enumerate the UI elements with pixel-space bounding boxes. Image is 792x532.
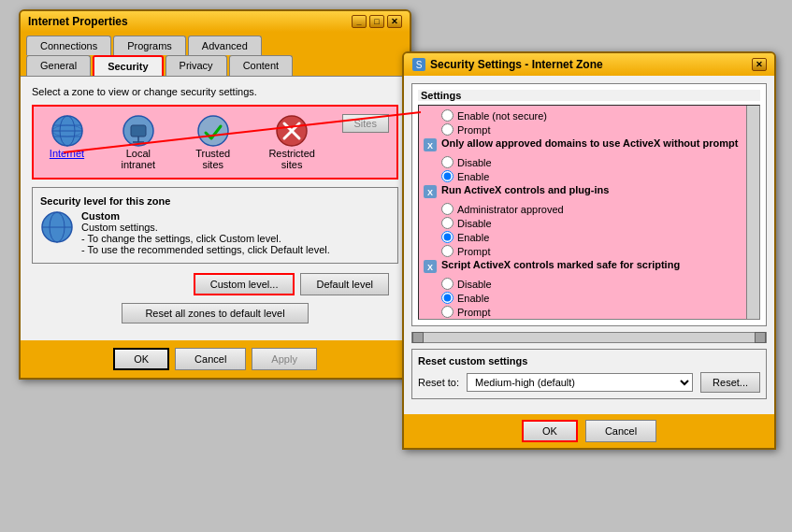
radio-disable-run[interactable] [441,217,454,229]
level-name: Custom [81,210,330,222]
radio-enable-approved[interactable] [441,170,454,182]
settings-list[interactable]: Enable (not secure) Prompt X Only allow … [418,105,760,320]
label-prompt-script: Prompt [457,307,490,318]
security-settings-title: Security Settings - Internet Zone [430,58,752,71]
restricted-sites-icon [275,114,309,148]
level-desc1: Custom settings. [81,222,330,233]
tab-connections[interactable]: Connections [26,36,111,55]
tab-row-2: General Security Privacy Content [21,55,410,76]
tab-row-1: Connections Programs Advanced [21,32,410,55]
scroll-left-btn[interactable] [412,332,424,343]
tab-security[interactable]: Security [93,55,163,76]
zone-trusted-sites-label: Trusted sites [184,148,242,170]
internet-properties-apply-button[interactable]: Apply [252,348,317,370]
window-controls: _ □ ✕ [352,15,402,28]
minimize-button[interactable]: _ [352,15,367,28]
option-disable-script: Disable [441,278,756,290]
svg-rect-7 [131,125,146,137]
option-enable-approved: Enable ⬅ [441,170,756,182]
default-level-button[interactable]: Default level [300,273,389,295]
radio-prompt-run[interactable] [441,245,454,257]
security-settings-ok-button[interactable]: OK [522,420,578,442]
close-button[interactable]: ✕ [387,15,402,28]
option-disable-approved: Disable [441,156,756,168]
tab-privacy[interactable]: Privacy [166,55,227,76]
security-settings-close-button[interactable]: ✕ [752,58,767,71]
settings-scrollbar[interactable] [746,106,759,319]
label-enable-approved: Enable [457,171,489,182]
internet-properties-cancel-button[interactable]: Cancel [175,348,246,370]
label-disable-approved: Disable [457,157,492,168]
header-approved-domains: X Only allow approved domains to use Act… [423,137,756,152]
settings-group-label: Settings [418,90,760,101]
zone-restricted-sites[interactable]: Restricted sites [257,114,327,170]
reset-to-label: Reset to: [418,377,459,388]
label-prompt-run: Prompt [457,246,490,257]
radio-prompt-1[interactable] [441,123,454,136]
reset-to-select[interactable]: Medium-high (default) Low Medium High [467,373,693,392]
security-level-title: Security level for this zone [40,195,390,207]
svg-text:X: X [427,188,433,197]
internet-properties-titlebar: Internet Properties _ □ ✕ [21,11,410,32]
approved-domains-text: Only allow approved domains to use Activ… [441,137,738,149]
zone-internet-label: Internet [50,148,84,159]
security-level-desc: Custom Custom settings. - To change the … [40,210,390,255]
reset-row: Reset to: Medium-high (default) Low Medi… [418,372,760,393]
reset-section-title: Reset custom settings [418,355,760,367]
zone-local-intranet[interactable]: Local intranet [108,114,169,170]
reset-button[interactable]: Reset... [700,372,760,393]
security-settings-cancel-button[interactable]: Cancel [585,420,656,442]
label-enable-not-secure: Enable (not secure) [457,110,547,122]
zone-internet[interactable]: Internet [41,114,93,159]
radio-enable-script[interactable] [441,292,454,304]
tab-general[interactable]: General [26,55,91,76]
zone-selection-area: Internet Local intranet [32,105,398,180]
label-disable-script: Disable [457,279,492,290]
maximize-button[interactable]: □ [369,15,384,28]
sites-button[interactable]: Sites [342,114,389,133]
internet-globe-icon [50,114,84,148]
radio-enable-run[interactable] [441,231,454,243]
zone-local-intranet-label: Local intranet [108,148,169,170]
security-shield-icon [40,210,74,244]
custom-level-button[interactable]: Custom level... [194,273,295,295]
header-run-activex: X Run ActiveX controls and plug-ins ⬅ [423,184,756,199]
internet-properties-ok-button[interactable]: OK [113,348,169,370]
radio-prompt-script[interactable] [441,306,454,318]
internet-properties-bottom-buttons: OK Cancel Apply [21,340,410,378]
settings-group: Settings Enable (not secure) Prompt X [411,83,767,326]
label-enable-script: Enable [457,293,489,304]
header-script-activex: X Script ActiveX controls marked safe fo… [423,259,756,274]
scroll-right-btn[interactable] [755,332,766,343]
internet-properties-window: Internet Properties _ □ ✕ Connections Pr… [19,9,411,380]
security-settings-content: Settings Enable (not secure) Prompt X [404,76,774,414]
tab-programs[interactable]: Programs [113,36,186,55]
internet-properties-title: Internet Properties [28,15,128,28]
reset-section: Reset custom settings Reset to: Medium-h… [411,349,767,399]
trusted-sites-icon [196,114,230,148]
reset-all-zones-button[interactable]: Reset all zones to default level [122,303,309,324]
script-activex-text: Script ActiveX controls marked safe for … [441,259,680,270]
level-desc2: - To change the settings, click Custom l… [81,233,330,244]
zone-restricted-sites-label: Restricted sites [257,148,327,170]
svg-text:S: S [416,60,423,70]
security-settings-titlebar: S Security Settings - Internet Zone ✕ [404,53,774,76]
radio-admin-approved[interactable] [441,203,454,215]
reset-zones-row: Reset all zones to default level [32,303,398,324]
zone-trusted-sites[interactable]: Trusted sites [184,114,242,170]
svg-point-10 [198,116,228,146]
radio-disable-script[interactable] [441,278,454,290]
label-enable-run: Enable [457,232,489,243]
option-admin-approved: Administrator approved [441,203,756,215]
radio-enable-not-secure[interactable] [441,109,454,122]
radio-disable-approved[interactable] [441,156,454,168]
security-settings-bottom: OK Cancel [404,414,774,448]
tab-content[interactable]: Content [229,55,294,76]
option-prompt-1: Prompt [441,123,756,136]
security-level-text: Custom Custom settings. - To change the … [81,210,330,255]
tab-advanced[interactable]: Advanced [188,36,262,55]
horizontal-scrollbar[interactable] [411,332,767,343]
option-disable-run: Disable [441,217,756,229]
zone-icons-list: Internet Local intranet [41,114,389,170]
option-enable-run: Enable ⬅ [441,231,756,243]
